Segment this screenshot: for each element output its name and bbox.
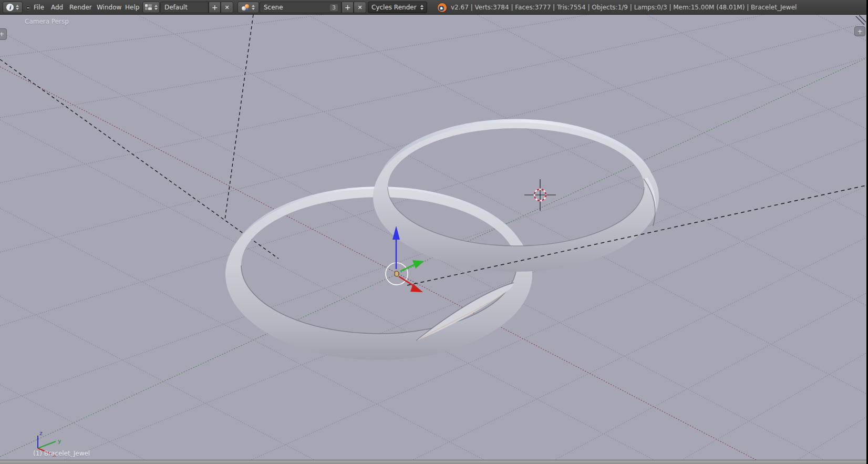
add-scene-button[interactable]: + — [342, 2, 354, 13]
blender-window: i File Add Render Window Help Default + … — [0, 0, 868, 464]
up-down-arrows-icon — [252, 5, 255, 10]
screen-layout-browse-button[interactable] — [142, 2, 160, 13]
scene-browse-button[interactable] — [237, 2, 259, 13]
grid-line — [0, 296, 866, 460]
grid-line — [0, 15, 866, 57]
grid-line — [0, 15, 866, 217]
viewport-3d[interactable]: z y x Camera Persp (1) Bracelet_Jewel + … — [0, 15, 866, 460]
menu-add[interactable]: Add — [51, 0, 63, 15]
bracelet-right-inner-wall — [380, 122, 652, 189]
render-engine-dropdown[interactable]: Cycles Render — [368, 2, 427, 13]
grid-line — [0, 15, 866, 40]
grid-line — [0, 186, 866, 460]
blender-logo-icon — [438, 3, 447, 12]
grid-line — [0, 385, 866, 460]
up-down-arrows-icon — [420, 5, 423, 10]
grid-line — [0, 15, 866, 118]
mini-axis-z-label: z — [39, 430, 43, 437]
info-header: i File Add Render Window Help Default + … — [0, 0, 866, 15]
menu-help[interactable]: Help — [125, 0, 139, 15]
close-screen-layout-button[interactable]: ✕ — [221, 2, 233, 13]
gizmo-y-axis-arrow[interactable] — [400, 264, 415, 271]
grid-line — [0, 417, 866, 460]
grid-line — [0, 293, 866, 460]
area-corner-grip-icon[interactable] — [856, 15, 866, 25]
object-origin-dot[interactable] — [395, 271, 399, 276]
screen-layout-icon — [145, 4, 152, 11]
menu-window[interactable]: Window — [97, 0, 121, 15]
screen-layout-name-field[interactable]: Default — [160, 2, 209, 13]
scene-statistics: v2.67 | Verts:3784 | Faces:3777 | Tris:7… — [451, 0, 797, 15]
scene-name-field[interactable]: Scene 3 — [260, 2, 342, 13]
scene-users-count[interactable]: 3 — [330, 4, 338, 11]
world-x-axis-line — [0, 67, 866, 460]
info-editor-icon: i — [6, 4, 14, 11]
cursor-3d[interactable] — [524, 179, 556, 211]
grid-line — [0, 57, 866, 326]
grid-line — [0, 353, 866, 460]
menu-render[interactable]: Render — [69, 0, 92, 15]
properties-panel-open-button[interactable]: + — [854, 26, 865, 36]
mini-axis-y-label: y — [58, 438, 61, 445]
grid-line — [0, 120, 866, 460]
menu-file[interactable]: File — [34, 0, 44, 15]
grid-line — [0, 15, 866, 129]
add-screen-layout-button[interactable]: + — [209, 2, 221, 13]
close-scene-button[interactable]: ✕ — [354, 2, 366, 13]
editor-type-selector[interactable]: i — [3, 2, 23, 13]
gizmo-y-arrowhead-icon[interactable] — [412, 260, 424, 269]
grid-line — [0, 15, 866, 183]
up-down-arrows-icon — [154, 5, 158, 10]
scene-icon — [242, 4, 250, 11]
camera-track-dashed-line — [407, 185, 866, 285]
up-down-arrows-icon — [16, 5, 19, 10]
grid-line — [0, 139, 866, 460]
collapse-menus-icon[interactable] — [25, 5, 30, 11]
viewport-canvas[interactable]: z y x — [0, 15, 866, 460]
toolshelf-open-button[interactable]: + — [0, 28, 7, 40]
grid-line — [0, 15, 866, 305]
editor-divider-bar[interactable] — [0, 460, 866, 464]
view-name-label: Camera Persp — [25, 18, 69, 25]
active-object-label: (1) Bracelet_Jewel — [33, 450, 90, 457]
